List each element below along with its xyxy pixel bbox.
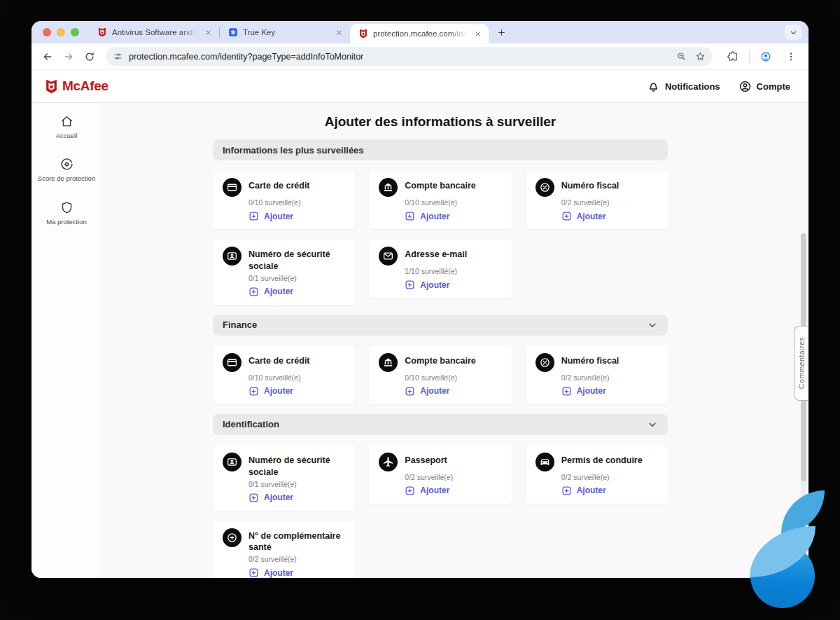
url-text[interactable]: protection.mcafee.com/identity?pageType=… bbox=[129, 52, 671, 62]
plus-box-icon bbox=[248, 287, 259, 297]
toolbar-divider bbox=[749, 50, 750, 63]
chevron-down-icon bbox=[647, 419, 658, 430]
mcafee-icon bbox=[97, 27, 107, 37]
sidebar: AccueilScore de protectionMa protection bbox=[31, 103, 102, 578]
feedback-tab[interactable]: Commentaires bbox=[794, 326, 808, 401]
cards-grid: Carte de crédit0/10 surveillé(e)AjouterC… bbox=[213, 346, 668, 404]
ajouter-button[interactable]: Ajouter bbox=[248, 211, 345, 221]
tab-close-icon[interactable] bbox=[202, 27, 214, 38]
address-bar[interactable]: protection.mcafee.com/identity?pageType=… bbox=[106, 47, 713, 66]
monitored-count: 0/10 surveillé(e) bbox=[248, 373, 345, 382]
ajouter-button[interactable]: Ajouter bbox=[405, 386, 501, 397]
tax-number-icon bbox=[536, 178, 554, 197]
browser-menu-icon[interactable] bbox=[782, 48, 800, 66]
monitored-count: 0/1 surveillé(e) bbox=[248, 480, 345, 488]
browser-tab[interactable]: Antivirus Software and Intern bbox=[89, 21, 219, 43]
plus-box-icon bbox=[248, 386, 259, 397]
account-button[interactable]: Compte bbox=[738, 80, 790, 93]
sidebar-item[interactable]: Ma protection bbox=[31, 200, 102, 226]
forward-button[interactable] bbox=[59, 48, 78, 66]
minimize-window-button[interactable] bbox=[57, 28, 65, 36]
plus-box-icon bbox=[405, 485, 415, 496]
monitor-card: Carte de crédit0/10 surveillé(e)Ajouter bbox=[213, 171, 355, 229]
monitored-count: 0/2 surveillé(e) bbox=[248, 555, 345, 563]
section-header[interactable]: Informations les plus surveillées bbox=[213, 139, 668, 160]
plus-box-icon bbox=[561, 386, 572, 397]
toolbar-right bbox=[720, 48, 800, 66]
mcafee-icon bbox=[358, 29, 368, 39]
plus-box-icon bbox=[248, 492, 259, 503]
mcafee-shield-icon bbox=[44, 79, 59, 94]
ajouter-button[interactable]: Ajouter bbox=[248, 386, 345, 397]
plus-box-icon bbox=[561, 211, 572, 221]
plus-box-icon bbox=[405, 211, 415, 221]
mcafee-logo-text: McAfee bbox=[62, 78, 108, 94]
close-window-button[interactable] bbox=[43, 28, 51, 36]
header-actions: Notifications Compte bbox=[647, 80, 790, 93]
truekey-icon bbox=[228, 27, 238, 37]
bank-icon bbox=[379, 178, 398, 197]
section: IdentificationNuméro de sécurité sociale… bbox=[213, 414, 668, 578]
home-icon bbox=[59, 114, 74, 129]
sidebar-item[interactable]: Score de protection bbox=[31, 157, 102, 183]
bookmark-star-icon[interactable] bbox=[695, 51, 706, 62]
bank-icon bbox=[379, 353, 398, 372]
ajouter-button[interactable]: Ajouter bbox=[248, 492, 345, 503]
credit-card-icon bbox=[223, 178, 241, 197]
plus-box-icon bbox=[561, 485, 572, 496]
profile-avatar-icon[interactable] bbox=[757, 48, 775, 66]
browser-tab[interactable]: True Key bbox=[220, 21, 350, 43]
monitor-card: Numéro fiscal0/2 surveillé(e)Ajouter bbox=[526, 171, 668, 229]
tab-close-icon[interactable] bbox=[472, 28, 483, 39]
page-body: AccueilScore de protectionMa protection … bbox=[31, 103, 808, 578]
mcafee-header: McAfee Notifications Compte bbox=[31, 70, 808, 103]
email-icon bbox=[379, 247, 398, 266]
page-title: Ajouter des informations à surveiller bbox=[213, 114, 668, 130]
content-column: Ajouter des informations à surveiller In… bbox=[213, 103, 668, 578]
site-settings-icon[interactable] bbox=[113, 51, 123, 62]
browser-tab[interactable]: protection.mcafee.com/identi bbox=[350, 24, 489, 43]
feedback-tab-label: Commentaires bbox=[797, 337, 806, 389]
tab-close-icon[interactable] bbox=[333, 27, 344, 38]
mcafee-logo[interactable]: McAfee bbox=[44, 78, 108, 94]
ajouter-button[interactable]: Ajouter bbox=[248, 567, 345, 578]
extensions-icon[interactable] bbox=[724, 48, 742, 66]
zoom-icon[interactable] bbox=[676, 51, 687, 62]
monitored-count: 0/10 surveillé(e) bbox=[405, 373, 501, 382]
monitored-count: 0/10 surveillé(e) bbox=[248, 198, 345, 207]
maximize-window-button[interactable] bbox=[71, 28, 79, 36]
ajouter-button[interactable]: Ajouter bbox=[561, 386, 658, 397]
monitor-card: Permis de conduire0/2 surveillé(e)Ajoute… bbox=[526, 446, 668, 504]
section-header[interactable]: Identification bbox=[213, 414, 668, 435]
sidebar-item[interactable]: Accueil bbox=[31, 114, 102, 140]
account-circle-icon bbox=[738, 80, 752, 93]
plus-box-icon bbox=[248, 567, 259, 578]
reload-button[interactable] bbox=[80, 48, 99, 66]
bell-icon bbox=[647, 80, 660, 93]
ajouter-button[interactable]: Ajouter bbox=[405, 211, 501, 221]
monitor-card: Passeport0/2 surveillé(e)Ajouter bbox=[369, 446, 511, 504]
browser-tab-strip: Antivirus Software and InternTrue Keypro… bbox=[31, 21, 808, 43]
new-tab-button[interactable] bbox=[493, 24, 510, 41]
protection-score-icon bbox=[59, 157, 74, 172]
back-button[interactable] bbox=[38, 48, 57, 66]
cards-grid: Numéro de sécurité sociale0/1 surveillé(… bbox=[213, 446, 668, 578]
monitor-card: Adresse e-mail1/10 surveillé(e)Ajouter bbox=[369, 240, 511, 298]
notifications-button[interactable]: Notifications bbox=[647, 80, 720, 93]
screenshot-stage: Antivirus Software and InternTrue Keypro… bbox=[0, 0, 840, 620]
monitored-count: 0/2 surveillé(e) bbox=[561, 373, 658, 382]
ajouter-button[interactable]: Ajouter bbox=[248, 287, 345, 297]
tab-search-chevron-icon[interactable] bbox=[785, 25, 802, 40]
tabs-container: Antivirus Software and InternTrue Keypro… bbox=[89, 21, 489, 43]
ajouter-button[interactable]: Ajouter bbox=[405, 485, 501, 496]
ajouter-button[interactable]: Ajouter bbox=[561, 211, 658, 221]
monitor-card: Compte bancaire0/10 surveillé(e)Ajouter bbox=[369, 346, 511, 404]
monitored-count: 0/2 surveillé(e) bbox=[405, 473, 501, 481]
section-header[interactable]: Finance bbox=[213, 315, 668, 336]
chevron-down-icon bbox=[647, 319, 658, 331]
monitor-card: Numéro de sécurité sociale0/1 surveillé(… bbox=[213, 446, 355, 511]
monitored-count: 1/10 surveillé(e) bbox=[405, 267, 501, 275]
ajouter-button[interactable]: Ajouter bbox=[561, 485, 658, 496]
ajouter-button[interactable]: Ajouter bbox=[405, 280, 501, 290]
cards-grid: Carte de crédit0/10 surveillé(e)AjouterC… bbox=[213, 171, 668, 305]
